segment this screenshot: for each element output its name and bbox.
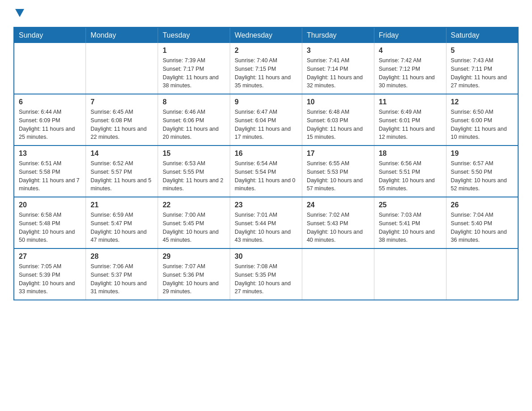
day-number: 25 <box>379 201 442 209</box>
calendar-week-row: 13Sunrise: 6:51 AM Sunset: 5:58 PM Dayli… <box>14 146 518 197</box>
day-info: Sunrise: 6:51 AM Sunset: 5:58 PM Dayligh… <box>19 159 81 193</box>
calendar-cell: 13Sunrise: 6:51 AM Sunset: 5:58 PM Dayli… <box>14 146 86 197</box>
page-header <box>13 9 519 18</box>
day-info: Sunrise: 6:53 AM Sunset: 5:55 PM Dayligh… <box>163 159 225 193</box>
day-number: 7 <box>90 98 153 106</box>
day-number: 26 <box>451 201 513 209</box>
calendar-cell <box>86 43 158 94</box>
calendar-cell: 15Sunrise: 6:53 AM Sunset: 5:55 PM Dayli… <box>158 146 230 197</box>
day-info: Sunrise: 7:40 AM Sunset: 7:15 PM Dayligh… <box>235 56 297 90</box>
day-number: 9 <box>235 98 297 106</box>
logo <box>13 9 24 18</box>
calendar-cell: 28Sunrise: 7:06 AM Sunset: 5:37 PM Dayli… <box>86 248 158 300</box>
weekday-header-saturday: Saturday <box>446 27 518 43</box>
calendar-cell: 8Sunrise: 6:46 AM Sunset: 6:06 PM Daylig… <box>158 94 230 146</box>
calendar-cell: 18Sunrise: 6:56 AM Sunset: 5:51 PM Dayli… <box>374 146 446 197</box>
day-info: Sunrise: 7:39 AM Sunset: 7:17 PM Dayligh… <box>163 56 225 90</box>
weekday-header-tuesday: Tuesday <box>158 27 230 43</box>
day-number: 2 <box>235 47 297 55</box>
day-info: Sunrise: 6:59 AM Sunset: 5:47 PM Dayligh… <box>90 211 153 244</box>
calendar-cell: 9Sunrise: 6:47 AM Sunset: 6:04 PM Daylig… <box>230 94 302 146</box>
logo-triangle-icon <box>15 9 24 17</box>
day-info: Sunrise: 7:07 AM Sunset: 5:36 PM Dayligh… <box>163 262 225 296</box>
calendar-cell: 14Sunrise: 6:52 AM Sunset: 5:57 PM Dayli… <box>86 146 158 197</box>
calendar-week-row: 20Sunrise: 6:58 AM Sunset: 5:48 PM Dayli… <box>14 197 518 248</box>
calendar-table: SundayMondayTuesdayWednesdayThursdayFrid… <box>13 27 519 300</box>
day-info: Sunrise: 7:02 AM Sunset: 5:43 PM Dayligh… <box>307 211 369 244</box>
calendar-cell <box>374 248 446 300</box>
day-info: Sunrise: 6:45 AM Sunset: 6:08 PM Dayligh… <box>90 108 153 141</box>
calendar-cell: 16Sunrise: 6:54 AM Sunset: 5:54 PM Dayli… <box>230 146 302 197</box>
calendar-cell <box>14 43 86 94</box>
calendar-cell: 29Sunrise: 7:07 AM Sunset: 5:36 PM Dayli… <box>158 248 230 300</box>
day-info: Sunrise: 6:57 AM Sunset: 5:50 PM Dayligh… <box>451 159 513 193</box>
calendar-cell <box>446 248 518 300</box>
day-number: 1 <box>163 47 225 55</box>
day-number: 13 <box>19 150 81 158</box>
day-number: 8 <box>163 98 225 106</box>
day-number: 6 <box>19 98 81 106</box>
calendar-cell: 4Sunrise: 7:42 AM Sunset: 7:12 PM Daylig… <box>374 43 446 94</box>
calendar-cell: 27Sunrise: 7:05 AM Sunset: 5:39 PM Dayli… <box>14 248 86 300</box>
calendar-cell: 5Sunrise: 7:43 AM Sunset: 7:11 PM Daylig… <box>446 43 518 94</box>
calendar-cell: 11Sunrise: 6:49 AM Sunset: 6:01 PM Dayli… <box>374 94 446 146</box>
calendar-cell: 6Sunrise: 6:44 AM Sunset: 6:09 PM Daylig… <box>14 94 86 146</box>
calendar-cell: 10Sunrise: 6:48 AM Sunset: 6:03 PM Dayli… <box>302 94 374 146</box>
day-info: Sunrise: 6:49 AM Sunset: 6:01 PM Dayligh… <box>379 108 442 141</box>
day-info: Sunrise: 6:58 AM Sunset: 5:48 PM Dayligh… <box>19 211 81 244</box>
day-number: 23 <box>235 201 297 209</box>
calendar-cell: 7Sunrise: 6:45 AM Sunset: 6:08 PM Daylig… <box>86 94 158 146</box>
calendar-cell: 19Sunrise: 6:57 AM Sunset: 5:50 PM Dayli… <box>446 146 518 197</box>
day-number: 20 <box>19 201 81 209</box>
calendar-week-row: 6Sunrise: 6:44 AM Sunset: 6:09 PM Daylig… <box>14 94 518 146</box>
day-number: 28 <box>90 253 153 261</box>
day-info: Sunrise: 7:41 AM Sunset: 7:14 PM Dayligh… <box>307 56 369 90</box>
calendar-cell: 17Sunrise: 6:55 AM Sunset: 5:53 PM Dayli… <box>302 146 374 197</box>
calendar-cell <box>302 248 374 300</box>
calendar-cell: 20Sunrise: 6:58 AM Sunset: 5:48 PM Dayli… <box>14 197 86 248</box>
calendar-cell: 22Sunrise: 7:00 AM Sunset: 5:45 PM Dayli… <box>158 197 230 248</box>
day-number: 12 <box>451 98 513 106</box>
day-info: Sunrise: 7:00 AM Sunset: 5:45 PM Dayligh… <box>163 211 225 244</box>
calendar-week-row: 27Sunrise: 7:05 AM Sunset: 5:39 PM Dayli… <box>14 248 518 300</box>
calendar-cell: 12Sunrise: 6:50 AM Sunset: 6:00 PM Dayli… <box>446 94 518 146</box>
day-info: Sunrise: 6:50 AM Sunset: 6:00 PM Dayligh… <box>451 108 513 141</box>
calendar-cell: 24Sunrise: 7:02 AM Sunset: 5:43 PM Dayli… <box>302 197 374 248</box>
day-info: Sunrise: 6:52 AM Sunset: 5:57 PM Dayligh… <box>90 159 153 193</box>
calendar-cell: 3Sunrise: 7:41 AM Sunset: 7:14 PM Daylig… <box>302 43 374 94</box>
weekday-header-row: SundayMondayTuesdayWednesdayThursdayFrid… <box>14 27 518 43</box>
day-info: Sunrise: 6:54 AM Sunset: 5:54 PM Dayligh… <box>235 159 297 193</box>
day-info: Sunrise: 7:06 AM Sunset: 5:37 PM Dayligh… <box>90 262 153 296</box>
day-number: 21 <box>90 201 153 209</box>
day-info: Sunrise: 6:46 AM Sunset: 6:06 PM Dayligh… <box>163 108 225 141</box>
day-number: 5 <box>451 47 513 55</box>
calendar-cell: 21Sunrise: 6:59 AM Sunset: 5:47 PM Dayli… <box>86 197 158 248</box>
day-number: 16 <box>235 150 297 158</box>
day-info: Sunrise: 7:03 AM Sunset: 5:41 PM Dayligh… <box>379 211 442 244</box>
day-number: 30 <box>235 253 297 261</box>
day-info: Sunrise: 7:43 AM Sunset: 7:11 PM Dayligh… <box>451 56 513 90</box>
calendar-body: 1Sunrise: 7:39 AM Sunset: 7:17 PM Daylig… <box>14 43 518 300</box>
calendar-cell: 23Sunrise: 7:01 AM Sunset: 5:44 PM Dayli… <box>230 197 302 248</box>
calendar-header: SundayMondayTuesdayWednesdayThursdayFrid… <box>14 27 518 43</box>
day-number: 17 <box>307 150 369 158</box>
day-number: 15 <box>163 150 225 158</box>
weekday-header-friday: Friday <box>374 27 446 43</box>
calendar-cell: 1Sunrise: 7:39 AM Sunset: 7:17 PM Daylig… <box>158 43 230 94</box>
day-number: 24 <box>307 201 369 209</box>
day-number: 29 <box>163 253 225 261</box>
day-info: Sunrise: 7:42 AM Sunset: 7:12 PM Dayligh… <box>379 56 442 90</box>
day-number: 10 <box>307 98 369 106</box>
day-number: 3 <box>307 47 369 55</box>
weekday-header-thursday: Thursday <box>302 27 374 43</box>
day-info: Sunrise: 6:48 AM Sunset: 6:03 PM Dayligh… <box>307 108 369 141</box>
weekday-header-sunday: Sunday <box>14 27 86 43</box>
day-info: Sunrise: 6:44 AM Sunset: 6:09 PM Dayligh… <box>19 108 81 141</box>
calendar-week-row: 1Sunrise: 7:39 AM Sunset: 7:17 PM Daylig… <box>14 43 518 94</box>
day-number: 18 <box>379 150 442 158</box>
calendar-cell: 26Sunrise: 7:04 AM Sunset: 5:40 PM Dayli… <box>446 197 518 248</box>
calendar-cell: 25Sunrise: 7:03 AM Sunset: 5:41 PM Dayli… <box>374 197 446 248</box>
day-number: 27 <box>19 253 81 261</box>
day-info: Sunrise: 6:55 AM Sunset: 5:53 PM Dayligh… <box>307 159 369 193</box>
day-info: Sunrise: 6:47 AM Sunset: 6:04 PM Dayligh… <box>235 108 297 141</box>
